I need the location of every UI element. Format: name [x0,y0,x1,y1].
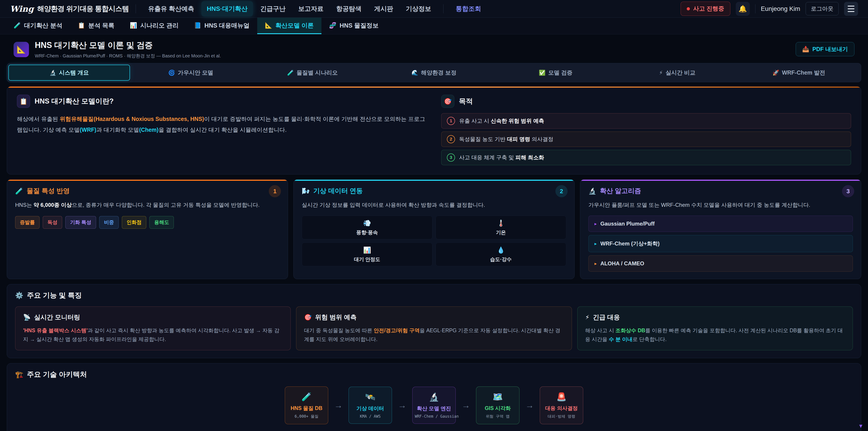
architecture-section: 🏗️ 주요 기술 아키텍처 🧪 HNS 물질 DB 6,000+ 물질 → 🛰️… [7,363,861,431]
construction-icon: 🏗️ [15,371,23,378]
tab-model-validation[interactable]: ✅ 모델 검증 [495,65,616,81]
intro-title: HNS 대기확산 모델이란? [35,96,114,106]
weather-card-header: 🌬️ 기상 데이터 연동 [302,186,566,195]
menu-item-reports[interactable]: 보고자료 [293,1,329,17]
tab-label: 시스템 개요 [59,69,89,76]
menu-item-hns-diffusion[interactable]: HNS·대기확산 [202,1,253,17]
menu-item-rescue[interactable]: 긴급구난 [255,1,291,17]
tag-solubility: 용해도 [149,216,174,229]
purpose-column: 🎯 목적 1 유출 사고 시 신속한 위험 범위 예측 2 독성물질 농도 기반… [441,95,851,165]
feature-header: ⚡ 긴급 대응 [585,313,845,321]
pipeline-node-weather-data: 🛰️ 기상 데이터 KMA / AWS [348,387,392,424]
page-subtitle: WRF-Chem · Gaussian Plume/Puff · ROMS · … [35,53,221,59]
algorithm-item-wrf-chem: ▸ WRF-Chem (기상+화학) [588,235,853,252]
subnav-hns-substance-info[interactable]: 🧬 HNS 물질정보 [321,18,386,34]
subnav-label: HNS 대응매뉴얼 [204,22,250,30]
pipeline-node-hns-db: 🧪 HNS 물질 DB 6,000+ 물질 [285,387,328,424]
weather-item-humidity: 💧 습도·강수 [436,243,566,266]
feature-title-text: 실시간 모니터링 [34,313,80,321]
pipeline-node-title: 기상 데이터 [351,405,390,412]
main-menu: 유출유 확산예측 HNS·대기확산 긴급구난 보고자료 항공탐색 게시판 기상정… [143,1,436,17]
purpose-number-badge: 1 [447,117,455,125]
feature-emergency-response: ⚡ 긴급 대응 해상 사고 시 조화상수 DB를 이용한 빠른 예측 기술을 포… [577,306,853,350]
app-logo[interactable]: Wing 해양환경 위기대응 통합시스템 [10,4,129,13]
feature-realtime-monitoring: 📡 실시간 모니터링 'HNS 유출 블랙박스 시스템'과 같이 사고 즉시 확… [15,306,291,350]
algorithm-card-header: 🔬 확산 알고리즘 [588,186,853,195]
tab-realtime-comparison[interactable]: ⚡ 실시간 비교 [616,65,738,81]
tag-flash-point: 인화점 [122,216,146,229]
pipeline-node-model-engine: 🔬 확산 모델 엔진 WRF-Chem / Gaussian [412,387,456,424]
arrow-right-icon: → [462,400,470,410]
clipboard-icon: 📋 [78,22,85,29]
data-pipeline: 🧪 HNS 물질 DB 6,000+ 물질 → 🛰️ 기상 데이터 KMA / … [15,387,853,424]
topbar-divider [135,4,136,13]
material-properties-card: 1 🧪 물질 특성 반영 HNS는 약 6,000종 이상으로, 종류가 매우 … [7,180,288,279]
material-card-text: HNS는 약 6,000종 이상으로, 종류가 매우 다양합니다. 각 물질의 … [15,201,280,210]
pipeline-node-title: HNS 물질 DB [287,405,326,412]
lightning-icon: ⚡ [585,314,590,321]
microscope-icon: 🔬 [415,392,453,402]
feature-description: 'HNS 유출 블랙박스 시스템'과 같이 사고 즉시 확산 방향과 농도를 예… [23,326,283,344]
rocket-icon: 🚀 [772,70,779,76]
subnav-label: 대기확산 분석 [24,22,62,30]
purpose-text: 유출 사고 시 신속한 위험 범위 예측 [459,117,544,125]
content-tab-bar: 🔬 시스템 개요 🌀 가우시안 모델 🧪 물질별 시나리오 🌊 해양환경 보정 … [7,63,861,82]
page-title-group: HNS 대기확산 모델 이론 및 검증 WRF-Chem · Gaussian … [35,40,221,59]
features-section: ⚙️ 주요 기능 및 특징 📡 실시간 모니터링 'HNS 유출 블랙박스 시스… [7,284,861,358]
menu-item-weather-info[interactable]: 기상정보 [400,1,436,17]
pipeline-node-decision: 🚨 대응 의사결정 대피·방제 명령 [540,387,583,424]
purpose-text: 독성물질 농도 기반 대피 명령 의사결정 [459,135,553,143]
menu-item-oil-spill[interactable]: 유출유 확산예측 [143,1,199,17]
user-name: Eunjeong Kim [761,5,800,12]
feature-description: 해상 사고 시 조화상수 DB를 이용한 빠른 예측 기술을 포함합니다. 사전… [585,326,845,344]
bell-icon: 🔔 [739,5,747,13]
topbar-right-group: 사고 진행중 🔔 Eunjeong Kim 로그아웃 [681,2,858,16]
weather-factor-grid: 💨 풍향·풍속 🌡️ 기온 📊 대기 안정도 💧 습도·강수 [302,216,566,266]
pdf-export-label: PDF 내보내기 [812,45,848,53]
weather-item-label: 습도·강수 [490,256,512,263]
topbar-divider-3 [755,4,755,13]
test-tube-icon: 🧪 [13,22,21,29]
subnav-diffusion-model-theory[interactable]: 📐 확산모델 이론 [257,18,321,34]
algorithm-item-label: Gaussian Plume/Puff [600,221,655,227]
algorithm-card-title: 확산 알고리즘 [600,186,641,195]
purpose-number-badge: 3 [447,153,455,162]
tab-system-overview[interactable]: 🔬 시스템 개요 [8,65,130,81]
pipeline-node-subtitle: 위험 구역 맵 [478,414,517,419]
tab-label: 해양환경 보정 [421,69,457,76]
main-content: 📋 HNS 대기확산 모델이란? 해상에서 유출된 위험유해물질(Hazardo… [0,82,868,431]
purpose-list: 1 유출 사고 시 신속한 위험 범위 예측 2 독성물질 농도 기반 대피 명… [441,113,851,165]
features-section-title: 주요 기능 및 특징 [27,291,82,300]
menu-item-aerial-search[interactable]: 항공탐색 [331,1,367,17]
diffusion-algorithm-card: 3 🔬 확산 알고리즘 가우시안 플룸/퍼프 모델 또는 WRF-Chem 수치… [580,180,861,279]
page-title-icon: 📐 [13,42,29,57]
microscope-icon: 🔬 [588,187,596,195]
material-card-header: 🧪 물질 특성 반영 [15,186,280,195]
intro-paragraph: 해상에서 유출된 위험유해물질(Hazardous & Noxious Subs… [17,114,427,135]
tag-toxicity: 독성 [43,216,62,229]
tab-gaussian-model[interactable]: 🌀 가우시안 모델 [130,65,252,81]
subnav-diffusion-analysis[interactable]: 🧪 대기확산 분석 [6,18,70,34]
clipboard-icon-chip: 📋 [17,95,30,108]
bar-chart-icon: 📊 [130,22,137,29]
intro-header: 📋 HNS 대기확산 모델이란? [17,95,427,108]
tab-substance-scenarios[interactable]: 🧪 물질별 시나리오 [252,65,373,81]
subnav-scenario-management[interactable]: 📊 시나리오 관리 [122,18,186,34]
incident-status-badge[interactable]: 사고 진행중 [681,2,730,16]
algorithm-item-label: ALOHA / CAMEO [600,260,644,267]
tab-wrf-chem-evolution[interactable]: 🚀 WRF-Chem 발전 [738,65,860,81]
arrow-right-icon: → [525,400,534,410]
arrow-right-icon: → [334,400,343,410]
siren-icon: 🚨 [542,392,581,402]
logout-button[interactable]: 로그아웃 [806,2,839,16]
pdf-export-button[interactable]: 📥 PDF 내보내기 [796,42,855,56]
weather-card-title: 기상 데이터 연동 [313,186,363,195]
tab-marine-correction[interactable]: 🌊 해양환경 보정 [373,65,495,81]
hamburger-menu-icon[interactable] [844,2,858,16]
book-icon: 📘 [194,22,201,29]
notification-bell-button[interactable]: 🔔 [736,2,750,16]
subnav-analysis-list[interactable]: 📋 분석 목록 [70,18,122,34]
menu-item-board[interactable]: 게시판 [369,1,399,17]
menu-item-integrated-search[interactable]: 통합조회 [450,1,487,17]
subnav-hns-manual[interactable]: 📘 HNS 대응매뉴얼 [186,18,257,34]
